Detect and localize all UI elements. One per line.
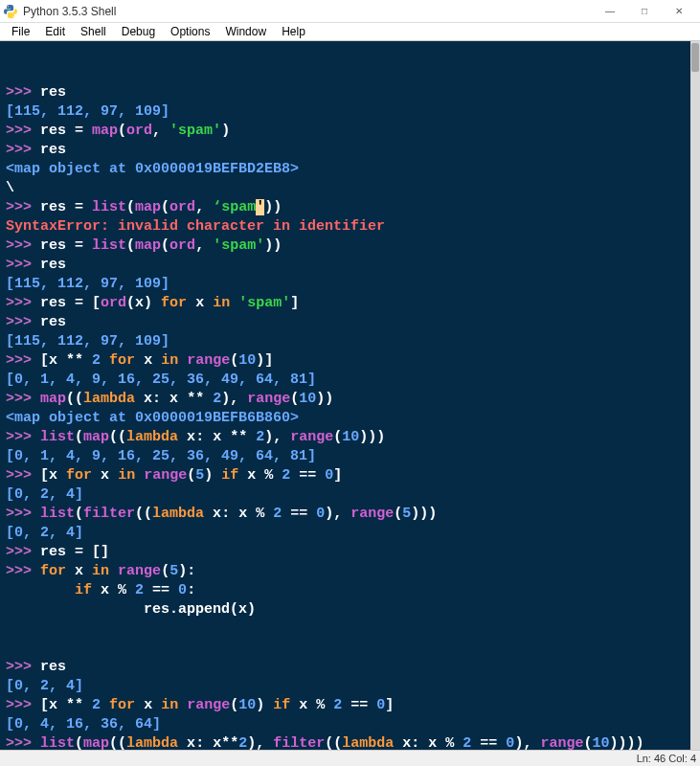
shell-token: **: [57, 352, 92, 369]
statusbar: Ln: 46 Col: 4: [0, 750, 700, 766]
shell-token: [204, 295, 213, 311]
shell-token: [101, 697, 109, 713]
menu-shell[interactable]: Shell: [73, 23, 114, 40]
shell-output: [0, 2, 4]: [6, 525, 83, 541]
shell-token: list: [92, 237, 126, 254]
shell-token: res: [40, 84, 66, 101]
shell-token: 'spam': [169, 123, 221, 139]
shell-token: [92, 467, 101, 484]
shell-prompt: >>>: [6, 506, 40, 522]
shell-prompt: >>>: [6, 467, 40, 484]
shell-token: (: [161, 199, 169, 215]
shell-token: ,: [152, 123, 169, 139]
shell-token: lambda: [342, 735, 394, 750]
shell-token: (: [75, 735, 83, 750]
shell-token: 2: [333, 697, 342, 713]
scrollbar-thumb[interactable]: [691, 43, 699, 72]
shell-token: in: [118, 467, 135, 484]
shell-token: ((: [66, 391, 83, 407]
shell-token: )): [316, 391, 333, 407]
shell-output: [0, 1, 4, 9, 16, 25, 36, 49, 64, 81]: [6, 448, 316, 464]
shell-token: (: [230, 352, 238, 369]
shell-token: list: [40, 429, 75, 445]
shell-token: 'spam': [238, 295, 290, 311]
shell-token: :: [221, 506, 238, 522]
shell-token: =: [66, 199, 92, 215]
shell-token: 2: [282, 467, 290, 484]
shell-token: [187, 295, 195, 311]
scrollbar[interactable]: [690, 41, 700, 750]
shell-prompt: >>>: [6, 735, 40, 750]
shell-token: range: [187, 697, 230, 713]
menu-options[interactable]: Options: [163, 23, 217, 40]
shell-token: ==: [471, 735, 506, 750]
shell-token: [109, 563, 118, 579]
shell-prompt: >>>: [6, 544, 40, 560]
shell-token: x: [402, 735, 411, 750]
shell-token: x: [144, 697, 152, 713]
minimize-button[interactable]: —: [593, 0, 627, 23]
shell-token: [83, 563, 92, 579]
menu-window[interactable]: Window: [217, 23, 274, 40]
shell-token: (: [75, 506, 83, 522]
menu-edit[interactable]: Edit: [37, 23, 73, 40]
menu-help[interactable]: Help: [274, 23, 313, 40]
shell-token: res: [40, 237, 66, 254]
shell-token: x: [49, 697, 57, 713]
shell-token: list: [40, 735, 75, 750]
shell-token: )): [264, 199, 282, 215]
shell-token: .: [169, 601, 178, 618]
shell-token: lambda: [152, 506, 204, 522]
shell-token: map: [40, 391, 66, 407]
close-button[interactable]: ✕: [662, 0, 696, 23]
python-icon: [4, 5, 17, 18]
menu-file[interactable]: File: [4, 23, 37, 40]
shell-token: ]: [385, 697, 394, 713]
shell-token: filter: [273, 735, 325, 750]
shell-token: res: [40, 295, 66, 311]
shell-token: ): [256, 697, 273, 713]
shell-token: x: [195, 295, 204, 311]
shell-content[interactable]: >>> res [115, 112, 97, 109] >>> res = ma…: [6, 83, 694, 750]
shell-prompt: >>>: [6, 659, 40, 675]
shell-token: **: [178, 391, 213, 407]
menu-debug[interactable]: Debug: [114, 23, 163, 40]
shell-token: (: [394, 506, 402, 522]
shell-token: map: [92, 123, 118, 139]
shell-token: range: [118, 563, 161, 579]
shell-prompt: >>>: [6, 257, 40, 273]
shell-output: <map object at 0x0000019BEFB6B860>: [6, 410, 299, 426]
shell-token: ),: [264, 429, 290, 445]
shell-token: 0: [325, 467, 333, 484]
shell-token: (: [161, 237, 169, 254]
shell-token: range: [187, 352, 230, 369]
shell-token: (: [187, 467, 195, 484]
shell-token: [135, 697, 144, 713]
shell-token: ': [256, 199, 264, 215]
shell-token: [152, 697, 161, 713]
shell-token: range: [540, 735, 583, 750]
shell-token: ),: [325, 506, 350, 522]
shell-token: filter: [83, 506, 135, 522]
shell-token: (: [75, 429, 83, 445]
shell-token: res: [40, 199, 66, 215]
shell-token: **: [221, 429, 256, 445]
shell-token: range: [290, 429, 333, 445]
shell-token: ,: [195, 199, 213, 215]
shell-token: 2: [92, 697, 101, 713]
maximize-button[interactable]: □: [627, 0, 662, 23]
shell-token: [57, 467, 66, 484]
shell-token: %: [247, 506, 273, 522]
shell-token: range: [247, 391, 290, 407]
shell-prompt: >>>: [6, 142, 40, 158]
shell-token: ))): [411, 506, 437, 522]
shell-prompt: >>>: [6, 314, 40, 330]
shell-text-area[interactable]: >>> res [115, 112, 97, 109] >>> res = ma…: [0, 41, 700, 750]
shell-prompt: >>>: [6, 352, 40, 369]
titlebar: Python 3.5.3 Shell — □ ✕: [0, 0, 700, 23]
shell-token: ): [247, 601, 256, 618]
shell-token: (: [161, 563, 169, 579]
shell-token: x: [428, 735, 437, 750]
shell-token: [204, 506, 213, 522]
shell-token: x: [169, 391, 178, 407]
